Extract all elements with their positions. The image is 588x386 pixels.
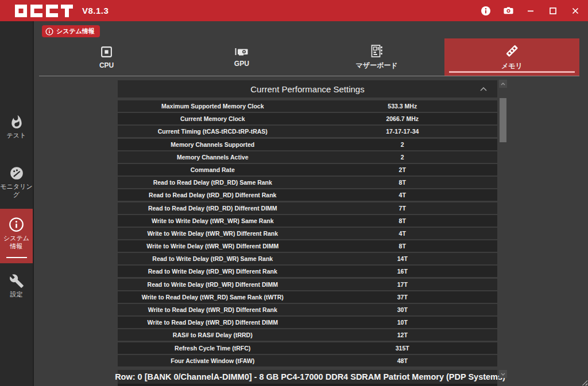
table-row: Write to Write Delay (tWR_WR) Different … xyxy=(118,240,497,252)
table-row: Write to Write Delay (tWR_WR) Same Rank8… xyxy=(118,215,497,227)
row-label: RAS# to RAS# Delay (tRRD) xyxy=(118,329,308,341)
tab-memory[interactable]: メモリ xyxy=(444,38,579,76)
scroll-up-icon xyxy=(501,83,505,85)
titlebar-buttons xyxy=(479,4,588,18)
table-row: Read to Write Delay (tRD_WR) Different D… xyxy=(118,279,497,290)
row-label: Current Timing (tCAS-tRCD-tRP-tRAS) xyxy=(118,126,308,137)
scroll-down-icon xyxy=(501,373,505,376)
memory-icon xyxy=(504,43,520,59)
table-row: Read to Read Delay (tRD_RD) Same Rank8T xyxy=(118,177,497,188)
sidebar-item-label: システム情報 xyxy=(1,235,32,251)
row-label: Read to Read Delay (tRD_RD) Different DI… xyxy=(118,202,308,214)
row-value: 8T xyxy=(308,240,498,252)
close-icon xyxy=(571,7,579,15)
scroll-up-button[interactable] xyxy=(499,80,507,88)
row-value: 533.3 MHz xyxy=(308,100,498,112)
tab-underline xyxy=(449,71,575,73)
sidebar-item-label: 設定 xyxy=(10,291,23,299)
row-value: 4T xyxy=(308,189,498,201)
camera-icon xyxy=(503,5,514,16)
row-value: 4T xyxy=(308,228,498,239)
vertical-scrollbar[interactable] xyxy=(499,80,507,378)
row-value: 37T xyxy=(308,291,498,303)
sidebar-selected-underline xyxy=(6,257,27,258)
performance-settings-table: Current Performance Settings Maximum Sup… xyxy=(118,80,497,368)
tab-motherboard[interactable]: マザーボード xyxy=(310,38,444,76)
table-row: Memory Channels Supported2 xyxy=(118,139,497,150)
row-label: Write to Write Delay (tWR_WR) Same Rank xyxy=(118,215,308,227)
close-button[interactable] xyxy=(568,4,582,18)
tab-cpu[interactable]: CPU xyxy=(39,38,174,76)
table-row: Command Rate2T xyxy=(118,164,497,176)
info-circle-icon xyxy=(9,217,24,232)
maximize-icon xyxy=(549,7,557,15)
memory-module-section-header[interactable]: Row: 0 [BANK 0/ChannelA-DIMM0] - 8 GB PC… xyxy=(118,370,497,384)
wrench-icon xyxy=(9,274,24,288)
table-row: Read to Write Delay (tRD_WR) Same Rank14… xyxy=(118,253,497,264)
row-label: Read to Read Delay (tRD_RD) Different Ra… xyxy=(118,189,308,201)
window-resize-grip[interactable] xyxy=(581,379,587,385)
table-row: Write to Write Delay (tWR_WR) Different … xyxy=(118,228,497,239)
row-value: 315T xyxy=(308,342,498,354)
row-value: 16T xyxy=(308,266,498,277)
row-value: 2T xyxy=(308,164,498,176)
scroll-down-button[interactable] xyxy=(499,370,507,378)
table-row: Write to Read Delay (tWR_RD) Different D… xyxy=(118,317,497,328)
row-value: 17T xyxy=(308,279,498,290)
occt-logo xyxy=(15,5,73,17)
table-row: Read to Write Delay (tRD_WR) Different R… xyxy=(118,266,497,277)
sidebar-item-test[interactable]: テスト xyxy=(0,115,33,140)
row-value: 8T xyxy=(308,177,498,188)
cpu-icon xyxy=(100,45,113,59)
table-row: RAS# to RAS# Delay (tRRD)12T xyxy=(118,329,497,341)
occt-logo-icon xyxy=(15,5,73,17)
row-label: Read to Write Delay (tRD_WR) Same Rank xyxy=(118,253,308,264)
sidebar-item-system-info[interactable]: システム情報 xyxy=(0,209,33,263)
row-label: Command Rate xyxy=(118,164,308,176)
row-label: Read to Read Delay (tRD_RD) Same Rank xyxy=(118,177,308,188)
row-value: 17-17-17-34 xyxy=(308,126,498,137)
row-label: Current Memory Clock xyxy=(118,113,308,124)
row-label: Read to Write Delay (tRD_WR) Different D… xyxy=(118,279,308,290)
info-icon xyxy=(481,6,491,16)
titlebar: V8.1.3 xyxy=(0,0,588,21)
row-label: Write to Write Delay (tWR_WR) Different … xyxy=(118,228,308,239)
row-label: Four Activate Window (tFAW) xyxy=(118,355,308,366)
row-label: Write to Read Delay (tWR_RD) Same Rank (… xyxy=(118,291,308,303)
hardware-tabs: CPU GPU マザーボード xyxy=(39,38,579,76)
row-label: Refresh Cycle Time (tRFC) xyxy=(118,342,308,354)
row-value: 10T xyxy=(308,317,498,328)
row-label: Write to Write Delay (tWR_WR) Different … xyxy=(118,240,308,252)
minimize-button[interactable] xyxy=(524,4,537,18)
row-label: Write to Read Delay (tWR_RD) Different D… xyxy=(118,317,308,328)
scrollbar-thumb[interactable] xyxy=(500,98,506,142)
row-label: Maximum Supported Memory Clock xyxy=(118,100,308,112)
sidebar-item-settings[interactable]: 設定 xyxy=(0,274,33,299)
about-button[interactable] xyxy=(479,4,493,18)
row-value: 2 xyxy=(308,151,498,163)
tab-label: メモリ xyxy=(501,61,523,71)
table-row: Write to Read Delay (tWR_RD) Same Rank (… xyxy=(118,291,497,303)
sidebar-item-monitoring[interactable]: モニタリング xyxy=(0,166,33,199)
memory-module-label: Row: 0 [BANK 0/ChannelA-DIMM0] - 8 GB PC… xyxy=(115,372,505,381)
collapse-chevron-icon xyxy=(480,87,487,91)
row-value: 30T xyxy=(308,304,498,315)
tab-gpu[interactable]: GPU xyxy=(174,38,309,76)
row-label: Memory Channels Active xyxy=(118,151,308,163)
maximize-button[interactable] xyxy=(546,4,560,18)
app-version: V8.1.3 xyxy=(82,6,109,15)
table-row: Current Memory Clock2066.7 MHz xyxy=(118,113,497,124)
sidebar-item-label: テスト xyxy=(7,132,26,140)
info-circle-icon xyxy=(45,28,53,36)
table-row: Read to Read Delay (tRD_RD) Different Ra… xyxy=(118,189,497,201)
table-row: Four Activate Window (tFAW)48T xyxy=(118,355,497,366)
table-section-header[interactable]: Current Performance Settings xyxy=(118,80,497,98)
table-row: Memory Channels Active2 xyxy=(118,151,497,163)
screenshot-button[interactable] xyxy=(501,4,515,18)
clipped-next-row xyxy=(118,384,497,386)
minimize-icon xyxy=(527,7,535,15)
sidebar: テスト モニタリング システム情報 設定 xyxy=(0,21,34,386)
row-label: Read to Write Delay (tRD_WR) Different R… xyxy=(118,266,308,277)
row-value: 2 xyxy=(308,139,498,150)
table-row: Refresh Cycle Time (tRFC)315T xyxy=(118,342,497,354)
